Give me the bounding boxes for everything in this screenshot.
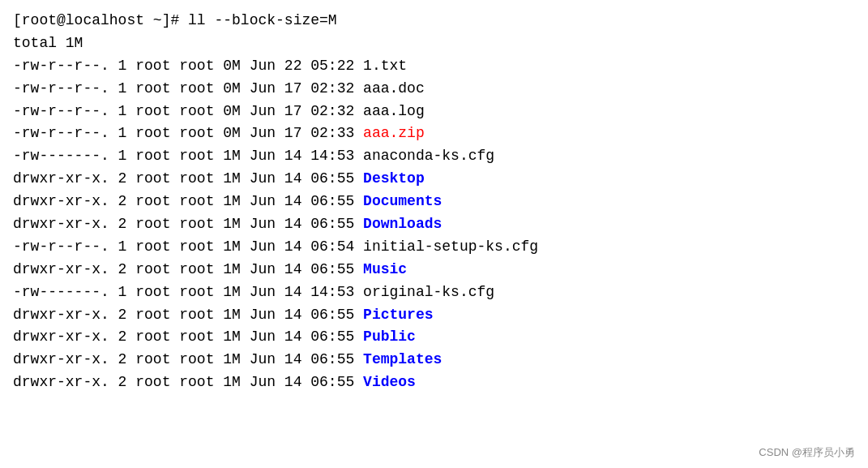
file-name: aaa.doc <box>363 78 425 101</box>
file-name: Videos <box>363 371 416 394</box>
file-meta: -rw-r--r--. 1 root root 0M Jun 22 05:22 <box>13 55 363 78</box>
prompt-text: [root@localhost ~]# ll --block-size=M <box>13 10 337 32</box>
list-item: -rw-r--r--. 1 root root 1M Jun 14 06:54 … <box>13 236 855 259</box>
file-name: anaconda-ks.cfg <box>363 145 494 168</box>
file-meta: drwxr-xr-x. 2 root root 1M Jun 14 06:55 <box>13 168 363 191</box>
file-name: aaa.zip <box>363 122 425 145</box>
list-item: -rw-------. 1 root root 1M Jun 14 14:53 … <box>13 145 855 168</box>
file-list: -rw-r--r--. 1 root root 0M Jun 22 05:22 … <box>13 55 855 394</box>
total-text: total 1M <box>13 32 83 55</box>
file-meta: drwxr-xr-x. 2 root root 1M Jun 14 06:55 <box>13 213 363 236</box>
list-item: -rw-r--r--. 1 root root 0M Jun 22 05:22 … <box>13 55 855 78</box>
terminal-window: [root@localhost ~]# ll --block-size=M to… <box>0 0 868 468</box>
file-meta: -rw-------. 1 root root 1M Jun 14 14:53 <box>13 145 363 168</box>
file-name: Pictures <box>363 304 433 327</box>
watermark: CSDN @程序员小勇 <box>759 445 855 460</box>
file-meta: -rw-r--r--. 1 root root 0M Jun 17 02:32 <box>13 101 363 123</box>
file-meta: drwxr-xr-x. 2 root root 1M Jun 14 06:55 <box>13 349 363 371</box>
file-name: aaa.log <box>363 101 425 123</box>
total-line: total 1M <box>13 32 855 55</box>
file-meta: drwxr-xr-x. 2 root root 1M Jun 14 06:55 <box>13 191 363 213</box>
file-name: Music <box>363 259 407 281</box>
file-meta: drwxr-xr-x. 2 root root 1M Jun 14 06:55 <box>13 259 363 281</box>
list-item: drwxr-xr-x. 2 root root 1M Jun 14 06:55 … <box>13 191 855 213</box>
list-item: drwxr-xr-x. 2 root root 1M Jun 14 06:55 … <box>13 304 855 327</box>
list-item: drwxr-xr-x. 2 root root 1M Jun 14 06:55 … <box>13 371 855 394</box>
file-name: Desktop <box>363 168 425 191</box>
file-meta: drwxr-xr-x. 2 root root 1M Jun 14 06:55 <box>13 304 363 327</box>
list-item: -rw-r--r--. 1 root root 0M Jun 17 02:33 … <box>13 122 855 145</box>
list-item: drwxr-xr-x. 2 root root 1M Jun 14 06:55 … <box>13 259 855 281</box>
file-meta: -rw-r--r--. 1 root root 0M Jun 17 02:33 <box>13 122 363 145</box>
file-name: original-ks.cfg <box>363 281 494 304</box>
file-name: initial-setup-ks.cfg <box>363 236 538 259</box>
list-item: drwxr-xr-x. 2 root root 1M Jun 14 06:55 … <box>13 326 855 349</box>
list-item: drwxr-xr-x. 2 root root 1M Jun 14 06:55 … <box>13 349 855 371</box>
file-meta: -rw-r--r--. 1 root root 1M Jun 14 06:54 <box>13 236 363 259</box>
file-meta: drwxr-xr-x. 2 root root 1M Jun 14 06:55 <box>13 371 363 394</box>
list-item: -rw-------. 1 root root 1M Jun 14 14:53 … <box>13 281 855 304</box>
file-name: Documents <box>363 191 442 213</box>
list-item: drwxr-xr-x. 2 root root 1M Jun 14 06:55 … <box>13 168 855 191</box>
file-name: Public <box>363 326 416 349</box>
file-meta: -rw-r--r--. 1 root root 0M Jun 17 02:32 <box>13 78 363 101</box>
list-item: -rw-r--r--. 1 root root 0M Jun 17 02:32 … <box>13 101 855 123</box>
file-name: Templates <box>363 349 442 371</box>
file-name: 1.txt <box>363 55 407 78</box>
list-item: -rw-r--r--. 1 root root 0M Jun 17 02:32 … <box>13 78 855 101</box>
prompt-line: [root@localhost ~]# ll --block-size=M <box>13 10 855 32</box>
file-name: Downloads <box>363 213 442 236</box>
file-meta: -rw-------. 1 root root 1M Jun 14 14:53 <box>13 281 363 304</box>
file-meta: drwxr-xr-x. 2 root root 1M Jun 14 06:55 <box>13 326 363 349</box>
list-item: drwxr-xr-x. 2 root root 1M Jun 14 06:55 … <box>13 213 855 236</box>
